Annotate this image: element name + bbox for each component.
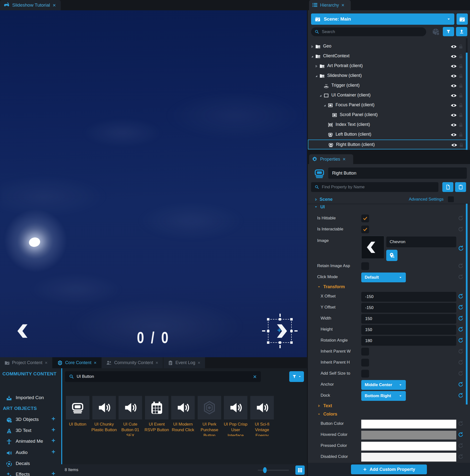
visibility-eye-icon[interactable] — [451, 123, 457, 127]
selection-handle[interactable] — [279, 318, 281, 321]
tab-community-content[interactable]: Community Content — [102, 357, 163, 368]
locate-asset-button[interactable] — [386, 250, 398, 261]
close-icon[interactable] — [341, 3, 345, 7]
close-icon[interactable] — [197, 361, 201, 364]
tab-project-content[interactable]: Project Content — [0, 357, 53, 368]
lock-icon[interactable] — [459, 74, 463, 78]
close-icon[interactable] — [155, 361, 158, 364]
properties-scrollbar-thumb[interactable] — [466, 204, 468, 405]
plus-icon[interactable] — [51, 449, 56, 454]
reset-icon[interactable] — [458, 359, 464, 365]
reset-icon[interactable] — [458, 315, 464, 321]
expand-collapsed-icon[interactable] — [310, 45, 314, 49]
scene-selector[interactable]: Scene: Main — [311, 14, 454, 25]
sidebar-item-effects[interactable]: Effects — [0, 469, 61, 476]
visibility-eye-icon[interactable] — [451, 45, 457, 49]
image-thumbnail[interactable] — [361, 236, 384, 259]
tree-item-slideshow[interactable]: Slideshow (client) — [308, 71, 468, 81]
reset-icon[interactable] — [458, 432, 464, 438]
reset-icon[interactable] — [458, 293, 464, 299]
scene-viewport[interactable]: 0 / 0 + — [0, 10, 307, 357]
dock-dropdown[interactable]: Bottom Right — [361, 391, 406, 401]
asset-ui-chunky-plastic-button[interactable] — [92, 396, 116, 419]
visibility-eye-icon[interactable] — [451, 133, 457, 137]
ui-section-header[interactable]: UI — [314, 203, 325, 211]
tree-item-focus-panel[interactable]: Focus Panel (client) — [308, 100, 468, 110]
selection-handle[interactable] — [267, 330, 269, 332]
hierarchy-scrollbar-thumb[interactable] — [466, 53, 468, 150]
visibility-eye-icon[interactable] — [451, 143, 457, 147]
plus-icon[interactable] — [51, 427, 56, 432]
anchor-dropdown[interactable]: Middle Center — [361, 380, 406, 390]
find-property-input[interactable]: Find Property by Name — [311, 182, 438, 192]
tab-slideshow-tutorial[interactable]: Slideshow Tutorial — [0, 0, 61, 10]
slider-knob[interactable] — [263, 467, 267, 473]
reset-icon[interactable] — [458, 454, 464, 459]
x-offset-input[interactable]: -150 — [361, 292, 456, 302]
asset-filter-button[interactable] — [289, 371, 304, 382]
sidebar-item-3d-objects[interactable]: 3D Objects — [0, 414, 61, 425]
rotation-angle-input[interactable]: 180 — [361, 336, 456, 346]
tree-item-left-button[interactable]: Left Button (client) — [308, 130, 468, 139]
lock-icon[interactable] — [459, 123, 463, 127]
y-offset-input[interactable]: -150 — [361, 303, 456, 313]
add-self-size-checkbox[interactable] — [361, 370, 369, 377]
lock-icon[interactable] — [459, 84, 463, 88]
tree-item-right-button-selected[interactable]: Right Button (client) — [308, 139, 468, 149]
sidebar-item-animated-mesh[interactable]: Animated Me — [0, 436, 61, 447]
selection-box[interactable]: + — [268, 319, 292, 343]
colors-section-header[interactable]: Colors — [317, 410, 337, 418]
plus-icon[interactable] — [51, 416, 56, 421]
asset-ui-pop-crisp-user-interface[interactable] — [224, 396, 247, 419]
reset-icon[interactable] — [458, 381, 464, 387]
close-icon[interactable] — [45, 361, 48, 364]
reset-icon[interactable] — [458, 226, 464, 232]
expand-collapsed-icon[interactable] — [314, 64, 318, 68]
lock-icon[interactable] — [459, 143, 463, 147]
reset-icon[interactable] — [458, 263, 464, 269]
visibility-eye-icon[interactable] — [451, 84, 457, 88]
tree-item-index-text[interactable]: Index Text (client) — [308, 120, 468, 130]
width-input[interactable]: 150 — [361, 314, 456, 324]
tree-item-scroll-panel[interactable]: Scroll Panel (client) — [308, 110, 468, 120]
export-button[interactable] — [456, 27, 467, 36]
reset-icon[interactable] — [458, 215, 464, 221]
tree-item-geo[interactable]: Geo — [308, 42, 468, 51]
inherit-parent-width-checkbox[interactable] — [361, 348, 369, 356]
sidebar-item-imported-content[interactable]: Imported Con — [0, 392, 61, 403]
disabled-color-swatch[interactable] — [361, 453, 456, 461]
reset-icon[interactable] — [458, 421, 464, 426]
object-name-field[interactable]: Right Button — [328, 168, 467, 179]
reset-icon[interactable] — [458, 348, 464, 354]
expand-expanded-icon[interactable] — [319, 94, 322, 98]
selection-handle[interactable] — [290, 318, 293, 321]
lock-icon[interactable] — [459, 54, 463, 59]
selection-handle[interactable] — [290, 330, 293, 332]
tree-item-ui-container[interactable]: UI Container (client) — [308, 91, 468, 100]
image-asset-field[interactable]: Chevron — [386, 237, 456, 247]
selection-handle[interactable] — [267, 318, 269, 321]
expand-collapsed-icon[interactable] — [314, 198, 318, 202]
plus-icon[interactable] — [51, 438, 56, 443]
asset-ui-button[interactable] — [66, 396, 89, 419]
reset-icon[interactable] — [458, 274, 464, 280]
selection-handle[interactable] — [267, 341, 269, 344]
lock-icon[interactable] — [459, 133, 463, 137]
sidebar-item-audio[interactable]: Audio — [0, 447, 61, 458]
asset-ui-event-rsvp-button[interactable] — [145, 396, 169, 419]
add-custom-property-button[interactable]: Add Custom Property — [351, 464, 427, 474]
scene-manager-button[interactable] — [456, 14, 468, 25]
selection-handle[interactable] — [279, 341, 281, 344]
asset-ui-modern-round-click[interactable] — [171, 396, 195, 419]
tab-hierarchy[interactable]: Hierarchy — [309, 0, 351, 10]
reset-icon[interactable] — [458, 371, 464, 376]
close-icon[interactable] — [94, 361, 97, 364]
asset-ui-sci-fi-vintage-energy[interactable] — [250, 396, 274, 419]
tree-item-art-portrait[interactable]: Art Portrait (client) — [308, 61, 468, 71]
hovered-color-swatch[interactable] — [361, 431, 456, 440]
reset-icon[interactable] — [458, 392, 464, 398]
tree-item-clientcontext[interactable]: ClientContext — [308, 51, 468, 61]
close-icon[interactable] — [52, 3, 56, 7]
asset-ui-cute-button-01-sfx[interactable] — [119, 396, 142, 419]
button-color-swatch[interactable] — [361, 420, 456, 428]
